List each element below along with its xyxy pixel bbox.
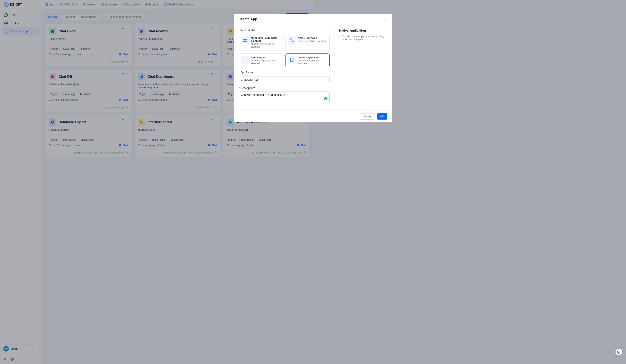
mode-grid: Multi-agent automatic planning Multiple … (239, 34, 313, 67)
description-label: *Description: (239, 86, 313, 90)
mode-icon (288, 36, 296, 44)
mode-option[interactable]: Multi-agent automatic planning Multiple … (239, 34, 283, 51)
mode-title: Native application (298, 56, 313, 59)
mode-icon (288, 56, 296, 64)
mode-icon (241, 56, 249, 64)
svg-rect-77 (245, 41, 247, 42)
mode-option[interactable]: AWEL Flow App Choose an AWEL workflow (285, 34, 313, 51)
mode-option[interactable]: Single Agent Only one Agent can be selec… (239, 53, 283, 67)
mode-subtitle: Choose an AWEL workflow (298, 40, 313, 42)
description-textarea[interactable] (239, 92, 313, 102)
mode-subtitle: Only one Agent can be selected (251, 59, 280, 65)
mode-subtitle: Multiple Agents can be selected (251, 43, 280, 48)
svg-rect-75 (245, 39, 247, 40)
modal-footer: Cancel OK (234, 110, 313, 122)
svg-rect-76 (243, 41, 245, 42)
modal-left-column: *Work Modal Multi-agent automatic planni… (234, 25, 313, 110)
mode-title: Single Agent (251, 56, 280, 59)
svg-rect-81 (243, 60, 247, 60)
svg-rect-82 (243, 61, 245, 61)
modal-overlay: Create App *Work Modal Multi-agent autom… (0, 0, 313, 182)
mode-icon (241, 36, 249, 44)
app-name-label: *App Name： (239, 71, 313, 74)
mode-title: Multi-agent automatic planning (251, 36, 280, 42)
mode-subtitle: Choose a native app template (298, 59, 313, 65)
svg-rect-80 (243, 59, 247, 59)
mode-option[interactable]: Native application Choose a native app t… (285, 53, 313, 67)
create-app-modal: Create App *Work Modal Multi-agent autom… (234, 14, 313, 122)
modal-title: Create App (239, 17, 257, 21)
svg-rect-74 (243, 39, 245, 40)
modal-header: Create App (234, 14, 313, 25)
app-name-input[interactable] (239, 76, 313, 83)
work-modal-label: *Work Modal (239, 29, 313, 32)
mode-title: AWEL Flow App (298, 36, 313, 39)
